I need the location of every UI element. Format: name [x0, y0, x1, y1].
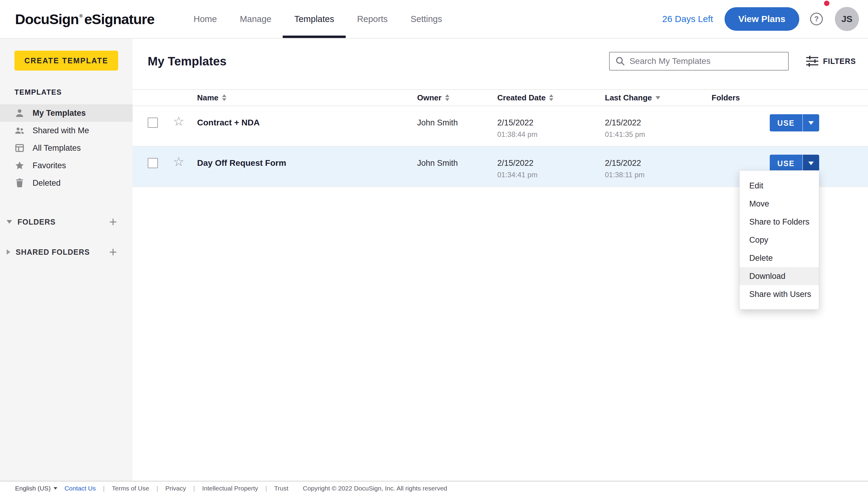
menu-item-download[interactable]: Download [740, 267, 819, 285]
table-row: ☆ Contract + NDA John Smith 2/15/2022 01… [133, 106, 868, 147]
nav-settings[interactable]: Settings [399, 0, 454, 38]
footer-link-terms-of-use[interactable]: Terms of Use [112, 485, 149, 492]
favorite-star-icon[interactable]: ☆ [173, 157, 197, 167]
row-checkbox[interactable] [148, 158, 158, 168]
create-template-button[interactable]: CREATE TEMPLATE [15, 51, 118, 70]
nav-home[interactable]: Home [182, 0, 228, 38]
column-header-created-date[interactable]: Created Date [497, 93, 605, 102]
top-bar-right: 26 Days Left View Plans ? JS [662, 0, 859, 38]
content-area: CREATE TEMPLATE TEMPLATES My Templates S… [0, 39, 868, 481]
footer-link-privacy[interactable]: Privacy [165, 485, 186, 492]
sort-both-icon [549, 95, 553, 101]
column-header-folders[interactable]: Folders [712, 93, 770, 102]
page-title: My Templates [148, 54, 227, 68]
table-header-row: Name Owner Created Date Last Change Fold… [133, 89, 868, 106]
last-change-time: 01:38:11 pm [605, 171, 712, 179]
sort-both-icon [445, 95, 449, 101]
created-date: 2/15/2022 [497, 118, 605, 128]
chevron-expanded-icon [7, 220, 12, 224]
help-icon[interactable]: ? [810, 13, 823, 25]
use-dropdown-toggle[interactable] [803, 155, 819, 172]
filters-label: FILTERS [823, 57, 856, 66]
footer-link-contact-us[interactable]: Contact Us [65, 485, 96, 492]
sidebar-item-my-templates[interactable]: My Templates [0, 104, 133, 122]
use-dropdown-toggle[interactable] [803, 114, 819, 132]
favorite-star-icon[interactable]: ☆ [173, 116, 197, 126]
last-change-date: 2/15/2022 [605, 158, 712, 168]
separator: | [265, 485, 267, 492]
search-icon [615, 56, 625, 66]
people-icon [15, 125, 25, 136]
created-time: 01:34:41 pm [497, 171, 605, 179]
menu-item-delete[interactable]: Delete [740, 249, 819, 267]
menu-item-edit[interactable]: Edit [740, 177, 819, 195]
trash-icon [15, 178, 25, 188]
sidebar-item-label: Deleted [33, 178, 60, 188]
filters-icon [805, 55, 819, 67]
trial-days-left-link[interactable]: 26 Days Left [662, 14, 713, 24]
add-folder-icon[interactable]: + [109, 215, 117, 228]
view-plans-button[interactable]: View Plans [725, 7, 799, 31]
logo-product: eSignature [84, 11, 154, 28]
folders-header[interactable]: FOLDERS + [0, 214, 133, 230]
help-wrapper: ? [810, 13, 823, 25]
chevron-down-icon [808, 121, 814, 125]
column-header-name[interactable]: Name [197, 93, 417, 102]
use-button[interactable]: USE [770, 114, 803, 132]
last-change-cell: 2/15/2022 01:38:11 pm [605, 158, 712, 179]
search-box [609, 52, 789, 70]
menu-item-copy[interactable]: Copy [740, 231, 819, 249]
logo-brand: DocuSign [15, 11, 79, 28]
separator: | [156, 485, 158, 492]
last-change-date: 2/15/2022 [605, 118, 712, 128]
template-actions-menu: Edit Move Share to Folders Copy Delete D… [739, 170, 819, 310]
footer-link-trust[interactable]: Trust [274, 485, 289, 492]
copyright-text: Copyright © 2022 DocuSign, Inc. All righ… [303, 485, 447, 492]
sidebar-item-favorites[interactable]: Favorites [0, 157, 133, 174]
avatar[interactable]: JS [835, 7, 859, 31]
column-header-last-change[interactable]: Last Change [605, 93, 712, 102]
nav-templates[interactable]: Templates [283, 0, 345, 38]
footer: English (US) Contact Us | Terms of Use |… [0, 481, 868, 495]
top-bar: DocuSign®eSignature Home Manage Template… [0, 0, 868, 39]
nav-reports[interactable]: Reports [346, 0, 399, 38]
separator: | [103, 485, 105, 492]
column-header-owner[interactable]: Owner [417, 93, 497, 102]
created-date: 2/15/2022 [497, 158, 605, 168]
layout-grid-icon [15, 143, 25, 153]
person-icon [15, 108, 25, 118]
sidebar-item-label: All Templates [33, 143, 81, 153]
created-date-cell: 2/15/2022 01:34:41 pm [497, 158, 605, 179]
nav-manage[interactable]: Manage [228, 0, 283, 38]
sidebar: CREATE TEMPLATE TEMPLATES My Templates S… [0, 39, 133, 481]
sidebar-item-label: My Templates [33, 108, 86, 118]
template-name[interactable]: Day Off Request Form [197, 158, 417, 168]
add-shared-folder-icon[interactable]: + [109, 245, 117, 259]
created-date-cell: 2/15/2022 01:38:44 pm [497, 118, 605, 139]
docusign-logo: DocuSign®eSignature [15, 0, 154, 38]
template-name[interactable]: Contract + NDA [197, 118, 417, 128]
shared-folders-header[interactable]: SHARED FOLDERS + [0, 243, 133, 260]
sidebar-item-deleted[interactable]: Deleted [0, 174, 133, 192]
sidebar-item-all-templates[interactable]: All Templates [0, 139, 133, 157]
use-split-button: USE [770, 114, 819, 132]
last-change-cell: 2/15/2022 01:41:35 pm [605, 118, 712, 139]
chevron-down-icon [808, 161, 814, 165]
sidebar-item-label: Favorites [33, 161, 66, 170]
owner-name: John Smith [417, 118, 497, 128]
footer-link-intellectual-property[interactable]: Intellectual Property [202, 485, 258, 492]
search-input[interactable] [630, 56, 783, 66]
folders-label: FOLDERS [17, 218, 55, 226]
menu-item-share-to-folders[interactable]: Share to Folders [740, 213, 819, 231]
chevron-collapsed-icon [7, 249, 10, 255]
menu-item-share-with-users[interactable]: Share with Users [740, 285, 819, 303]
filters-button[interactable]: FILTERS [805, 55, 856, 67]
star-icon [15, 160, 25, 171]
row-checkbox[interactable] [148, 118, 158, 128]
use-button[interactable]: USE [770, 155, 803, 172]
sidebar-item-shared-with-me[interactable]: Shared with Me [0, 122, 133, 139]
shared-folders-label: SHARED FOLDERS [16, 248, 90, 257]
language-selector[interactable]: English (US) [15, 485, 57, 492]
menu-item-move[interactable]: Move [740, 195, 819, 213]
separator: | [193, 485, 195, 492]
